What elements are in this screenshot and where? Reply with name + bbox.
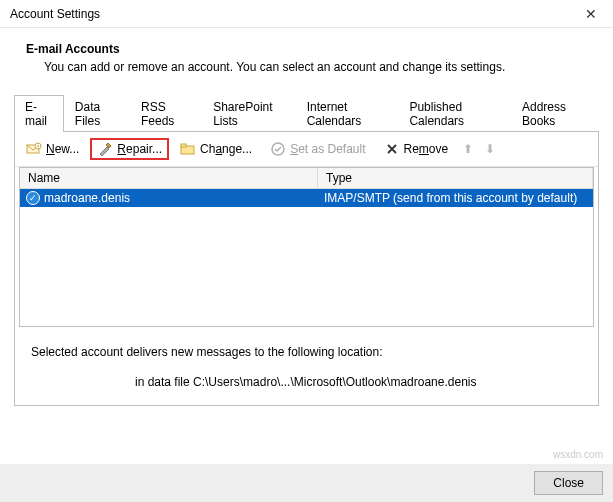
- svg-text:✶: ✶: [36, 143, 40, 149]
- content-panel: ✶ New... Repair... Change... Set as Defa…: [14, 132, 599, 406]
- set-as-default-label: Set as Default: [290, 142, 365, 156]
- window-title: Account Settings: [10, 7, 100, 21]
- accounts-grid: Name Type ✓ madroane.denis IMAP/SMTP (se…: [19, 167, 594, 327]
- tab-address-books[interactable]: Address Books: [511, 95, 599, 132]
- repair-button[interactable]: Repair...: [90, 138, 169, 160]
- delivery-path: in data file C:\Users\madro\...\Microsof…: [15, 363, 598, 405]
- tabs-container: E-mail Data Files RSS Feeds SharePoint L…: [0, 94, 613, 132]
- arrow-up-icon: ⬆: [463, 142, 473, 156]
- row-name-cell: ✓ madroane.denis: [20, 189, 318, 207]
- toolbar: ✶ New... Repair... Change... Set as Defa…: [15, 132, 598, 167]
- change-button[interactable]: Change...: [173, 138, 259, 160]
- tabs: E-mail Data Files RSS Feeds SharePoint L…: [14, 94, 599, 132]
- close-label: Close: [553, 476, 584, 490]
- new-label: New...: [46, 142, 79, 156]
- watermark: wsxdn.com: [553, 449, 603, 460]
- column-name[interactable]: Name: [20, 168, 318, 188]
- close-icon: ✕: [585, 6, 597, 22]
- repair-label: Repair...: [117, 142, 162, 156]
- move-up-button[interactable]: ⬆: [459, 142, 477, 156]
- tab-data-files[interactable]: Data Files: [64, 95, 130, 132]
- tab-internet-calendars[interactable]: Internet Calendars: [296, 95, 399, 132]
- delivery-info-label: Selected account delivers new messages t…: [15, 335, 598, 363]
- grid-header: Name Type: [20, 168, 593, 189]
- default-check-icon: [270, 141, 286, 157]
- header-subtitle: You can add or remove an account. You ca…: [26, 60, 587, 74]
- column-type[interactable]: Type: [318, 168, 593, 188]
- tab-sharepoint-lists[interactable]: SharePoint Lists: [202, 95, 295, 132]
- titlebar: Account Settings ✕: [0, 0, 613, 28]
- header-title: E-mail Accounts: [26, 42, 587, 56]
- footer: Close: [0, 464, 613, 502]
- change-folder-icon: [180, 141, 196, 157]
- new-button[interactable]: ✶ New...: [19, 138, 86, 160]
- tab-rss-feeds[interactable]: RSS Feeds: [130, 95, 202, 132]
- header: E-mail Accounts You can add or remove an…: [0, 28, 613, 94]
- row-type-cell: IMAP/SMTP (send from this account by def…: [318, 189, 593, 207]
- change-label: Change...: [200, 142, 252, 156]
- remove-label: Remove: [404, 142, 449, 156]
- window-close-button[interactable]: ✕: [569, 0, 613, 28]
- row-name-text: madroane.denis: [44, 191, 130, 205]
- close-button[interactable]: Close: [534, 471, 603, 495]
- move-down-button[interactable]: ⬇: [481, 142, 499, 156]
- remove-button[interactable]: Remove: [377, 138, 456, 160]
- tab-email[interactable]: E-mail: [14, 95, 64, 132]
- repair-tools-icon: [97, 141, 113, 157]
- arrow-down-icon: ⬇: [485, 142, 495, 156]
- new-mail-icon: ✶: [26, 141, 42, 157]
- svg-rect-4: [181, 144, 186, 147]
- tab-published-calendars[interactable]: Published Calendars: [398, 95, 511, 132]
- default-account-check-icon: ✓: [26, 191, 40, 205]
- table-row[interactable]: ✓ madroane.denis IMAP/SMTP (send from th…: [20, 189, 593, 207]
- remove-x-icon: [384, 141, 400, 157]
- set-as-default-button[interactable]: Set as Default: [263, 138, 372, 160]
